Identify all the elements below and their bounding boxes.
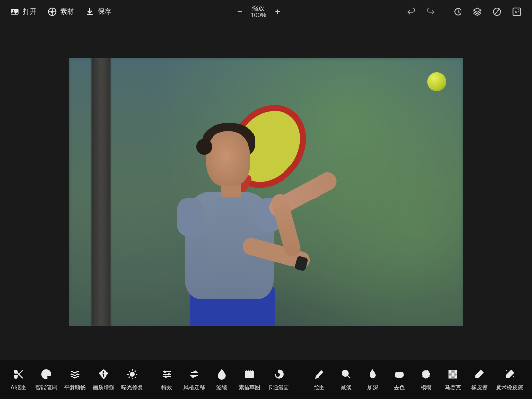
zoom-value: 100% [251,12,266,19]
open-label: 打开 [23,7,36,16]
svg-rect-30 [449,373,451,376]
tool-tint[interactable]: 去色 [389,367,410,392]
svg-rect-32 [455,373,457,376]
svg-point-23 [401,375,402,376]
tool-mosaic[interactable]: 马赛克 [442,367,463,392]
svg-point-21 [397,374,398,375]
top-toolbar: 打开 素材 保存 − 缩放 100% + [0,0,532,24]
tool-magic-eraser[interactable]: 魔术橡皮擦 [495,367,524,392]
save-button[interactable]: 保存 [85,7,111,17]
tool-filter[interactable]: 滤镜 [211,367,233,392]
bottom-toolbar: AI抠图 智能笔刷 平滑顺畅 画质增强 曝光修复 特效 风格迁移 [0,360,532,399]
tool-label: 减淡 [341,384,352,391]
tool-quality-enhance[interactable]: 画质增强 [92,367,115,392]
svg-point-17 [165,376,167,378]
tool-label: 马赛克 [445,384,461,391]
tool-label: 滤镜 [216,384,227,391]
tool-exposure-fix[interactable]: 曝光修复 [120,367,144,392]
compare-button[interactable] [492,6,502,17]
tool-draw[interactable]: 绘图 [309,367,330,392]
svg-point-11 [44,372,45,373]
sponge-icon [393,368,406,381]
canvas-image [69,58,463,326]
tool-blur[interactable]: 模糊 [415,367,437,392]
swap-icon [188,368,201,381]
zoom-display: 缩放 100% [251,5,266,19]
svg-rect-33 [449,376,451,378]
tool-effects[interactable]: 特效 [156,367,177,392]
svg-text:文: 文 [517,9,520,12]
material-button[interactable]: 素材 [47,7,74,17]
tool-smart-brush[interactable]: 智能笔刷 [35,367,58,392]
tool-label: 去色 [394,384,405,391]
layers-button[interactable] [472,6,483,17]
eraser-icon [473,368,486,381]
top-toolbar-left: 打开 素材 保存 [10,7,111,17]
svg-point-22 [399,373,400,374]
undo-button[interactable] [406,6,417,17]
save-icon [85,7,95,17]
tool-burn[interactable]: 加深 [362,367,384,392]
mosaic-icon [446,368,459,381]
svg-point-16 [168,373,170,375]
zoom-label-text: 缩放 [251,5,266,12]
svg-point-3 [51,11,54,13]
svg-point-15 [164,371,166,373]
tool-cartoon[interactable]: 卡通漫画 [266,367,290,392]
tool-label: 橡皮擦 [471,384,488,391]
spiral-icon [272,368,284,381]
tool-label: 曝光修复 [121,384,143,391]
tool-label: 绘图 [314,384,325,391]
svg-rect-35 [455,376,457,378]
redo-button[interactable] [426,6,436,17]
scissors-icon [12,368,25,381]
svg-rect-27 [449,370,451,373]
material-label: 素材 [60,7,74,16]
palette-icon [40,368,53,381]
pencil-border-icon [243,368,256,381]
open-icon [10,7,20,17]
tool-label: 平滑顺畅 [64,384,86,391]
top-toolbar-right: A文 [406,6,522,17]
flame-icon [366,368,379,381]
zoom-in-button[interactable]: + [273,7,282,17]
waves-icon [69,368,81,381]
save-label: 保存 [98,7,111,16]
tool-group-ai: AI抠图 智能笔刷 平滑顺畅 画质增强 曝光修复 [8,367,144,392]
diamond-icon [97,368,110,381]
tool-label: 魔术橡皮擦 [496,384,523,391]
svg-point-26 [425,373,427,376]
tool-group-effects: 特效 风格迁移 滤镜 素描草图 卡通漫画 [156,367,290,392]
tool-label: 卡通漫画 [267,384,289,391]
svg-point-13 [48,373,50,374]
tool-dodge[interactable]: 减淡 [335,367,357,392]
history-button[interactable] [452,6,463,17]
svg-rect-20 [395,372,403,377]
svg-point-14 [130,372,134,376]
tool-smooth[interactable]: 平滑顺畅 [63,367,87,392]
tool-label: 加深 [367,384,378,391]
tool-label: 智能笔刷 [35,384,57,391]
tool-ai-cutout[interactable]: AI抠图 [8,367,30,392]
tool-label: 特效 [161,384,172,391]
svg-point-24 [398,375,399,376]
open-button[interactable]: 打开 [10,7,36,17]
zoom-out-button[interactable]: − [235,7,244,17]
tool-style-transfer[interactable]: 风格迁移 [182,367,206,392]
tool-label: 模糊 [421,384,431,391]
tool-group-draw: 绘图 减淡 加深 去色 模糊 马赛克 橡皮擦 魔术橡皮擦 [309,367,524,392]
drop-icon [215,368,228,381]
svg-point-12 [46,371,48,372]
svg-rect-28 [452,370,454,373]
magic-eraser-icon [503,368,516,381]
dodge-icon [340,368,353,381]
svg-rect-31 [452,373,454,376]
material-icon [47,7,57,17]
tool-sketch[interactable]: 素描草图 [238,367,261,392]
canvas-area[interactable] [0,24,532,360]
sliders-icon [160,368,173,381]
svg-rect-34 [452,376,454,378]
tool-label: 风格迁移 [183,384,205,391]
tool-eraser[interactable]: 橡皮擦 [468,367,490,392]
translate-button[interactable]: A文 [511,6,522,17]
